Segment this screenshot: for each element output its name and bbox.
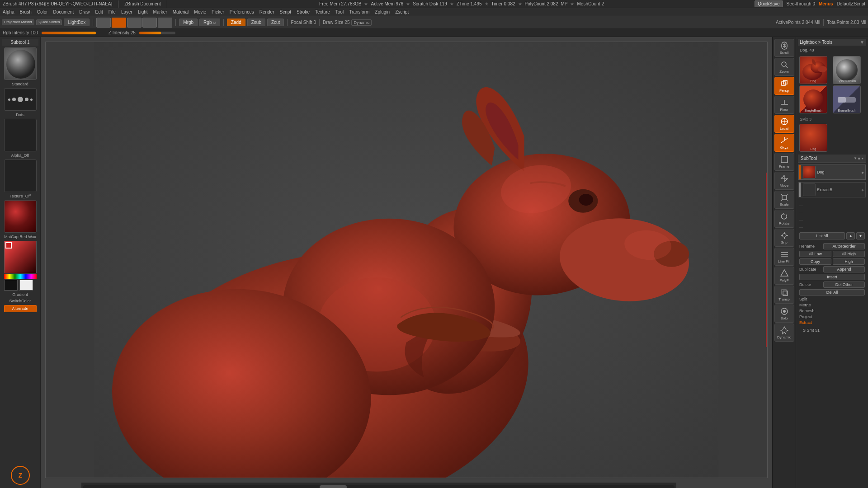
quicksave-button[interactable]: QuickSave — [755, 0, 783, 7]
subtool-item-extract[interactable]: ExtractB ● — [798, 182, 866, 197]
solo-button[interactable]: Solo — [774, 305, 794, 323]
tool-eraser-thumb[interactable]: EraserBrush — [833, 85, 861, 113]
zadd-button[interactable]: Zadd — [227, 19, 245, 26]
swatch-white[interactable] — [19, 280, 33, 291]
brush-preview[interactable] — [4, 47, 37, 80]
dynamic-icon-button[interactable]: Dynamic — [774, 324, 794, 342]
z-intensity-bar[interactable] — [139, 32, 175, 34]
menu-tool[interactable]: Tool — [335, 9, 344, 14]
menu-marker[interactable]: Marker — [153, 9, 167, 14]
list-all-button[interactable]: List All — [799, 232, 845, 239]
zoom-button[interactable]: Zoom — [774, 58, 794, 76]
alternate-button[interactable]: Alternate — [4, 305, 37, 312]
menu-stroke[interactable]: Stroke — [297, 9, 310, 14]
projection-master-button[interactable]: Projection Master — [2, 19, 34, 25]
menu-file[interactable]: File — [108, 9, 116, 14]
transp-button[interactable]: Transp — [774, 286, 794, 304]
rgb-intensity-bar[interactable] — [42, 32, 96, 34]
menu-texture[interactable]: Texture — [315, 9, 330, 14]
menu-movie[interactable]: Movie — [194, 9, 206, 14]
see-through-label[interactable]: See-through 0 — [787, 1, 815, 6]
delete-row: Delete Del Other — [799, 282, 865, 288]
texture-preview[interactable] — [4, 160, 37, 192]
menu-color[interactable]: Color — [37, 9, 48, 14]
copy-button[interactable]: Copy — [799, 258, 831, 265]
move-icon-button[interactable]: Move — [774, 172, 794, 190]
menu-transform[interactable]: Transform — [349, 9, 369, 14]
rgb-button[interactable]: Rgb M — [199, 19, 220, 26]
menu-picker[interactable]: Picker — [212, 9, 224, 14]
frame-button[interactable]: Frame — [774, 153, 794, 171]
gxyz-button[interactable]: Gxyz — [774, 134, 794, 152]
floor-button[interactable]: Floor — [774, 96, 794, 114]
quick-sketch-button[interactable]: Quick Sketch — [36, 19, 62, 25]
scroll-thumb[interactable] — [320, 485, 347, 488]
focal-shift-label: Focal Shift 0 — [291, 20, 316, 25]
swatch-black[interactable] — [4, 280, 18, 291]
dynamic-label[interactable]: Dynamic — [351, 19, 372, 26]
menu-preferences[interactable]: Preferences — [230, 9, 254, 14]
lightbox-toggle[interactable]: ▼ — [860, 40, 864, 45]
scroll-track[interactable] — [83, 485, 675, 488]
all-high-button[interactable]: All High — [833, 251, 865, 257]
subtool-extract-eye[interactable]: ● — [861, 188, 864, 192]
lightbox-button[interactable]: LightBox — [64, 19, 90, 26]
scale-icon-button[interactable]: Scale — [774, 191, 794, 209]
tool-simplebrush-thumb[interactable]: SimpleBrush — [799, 85, 827, 113]
edit-icon[interactable] — [112, 18, 126, 28]
center-canvas[interactable] — [41, 37, 772, 488]
arrow-down-button[interactable]: ▼ — [856, 232, 865, 239]
persp-button[interactable]: Persp — [774, 77, 794, 95]
bottom-scrollbar[interactable] — [81, 483, 676, 488]
scale-icon-btn[interactable] — [142, 18, 157, 28]
rotate-icon-button[interactable]: Rotate — [774, 210, 794, 228]
menus-label[interactable]: Menus — [819, 1, 833, 6]
arrow-up-button[interactable]: ▲ — [846, 232, 855, 239]
all-low-button[interactable]: All Low — [799, 251, 831, 257]
material-ball[interactable] — [4, 200, 37, 233]
tool-sphere-thumb[interactable]: SphereBrush — [833, 56, 861, 84]
subtool-options[interactable]: ▼ ■ ● — [854, 156, 863, 160]
zsub-button[interactable]: Zsub — [247, 19, 265, 26]
color-gradient-box[interactable] — [4, 241, 37, 273]
menu-zscript[interactable]: Zscript — [395, 9, 409, 14]
high-button[interactable]: High — [833, 258, 865, 265]
linefill-button[interactable]: Line Fill — [774, 248, 794, 266]
subtool-title: SubTool — [801, 156, 817, 161]
default-zscript-label[interactable]: DefaultZScript — [837, 1, 865, 6]
del-other-button[interactable]: Del Other — [823, 282, 865, 288]
menu-light[interactable]: Light — [138, 9, 148, 14]
menu-brush[interactable]: Brush — [20, 9, 32, 14]
auto-reorder-button[interactable]: AutoReorder — [823, 243, 865, 249]
local-button[interactable]: Local — [774, 115, 794, 133]
draw-icon[interactable] — [96, 18, 111, 28]
mrgb-button[interactable]: Mrgb — [179, 19, 198, 26]
move-icon-btn[interactable] — [127, 18, 142, 28]
insert-button[interactable]: Insert — [799, 274, 865, 280]
tool-dog-thumb[interactable]: Dog — [799, 56, 827, 84]
menu-script[interactable]: Script — [280, 9, 292, 14]
alpha-preview[interactable] — [4, 119, 37, 151]
zcut-button[interactable]: Zcut — [267, 19, 284, 26]
polyf-button[interactable]: PolyF — [774, 267, 794, 285]
snap-button[interactable]: Snp — [774, 229, 794, 247]
del-all-button[interactable]: Del All — [799, 289, 865, 296]
subtool-item-dog[interactable]: Dog ● — [798, 164, 866, 180]
menu-draw[interactable]: Draw — [79, 9, 90, 14]
menu-edit[interactable]: Edit — [95, 9, 103, 14]
dots-preview[interactable] — [4, 88, 37, 111]
menu-zplugin[interactable]: Zplugin — [375, 9, 390, 14]
document-label[interactable]: ZBrush Document — [124, 1, 161, 6]
menu-layer[interactable]: Layer — [121, 9, 132, 14]
subtool-dog-eye[interactable]: ● — [861, 170, 864, 175]
menu-alpha[interactable]: Alpha — [3, 9, 14, 14]
color-hue-bar[interactable] — [4, 274, 37, 279]
small-dog-thumb[interactable]: Dog — [799, 124, 827, 152]
menu-document[interactable]: Document — [53, 9, 74, 14]
menu-material[interactable]: Material — [173, 9, 189, 14]
lightbox-header: Lightbox > Tools ▼ — [798, 39, 866, 46]
menu-render[interactable]: Render — [259, 9, 274, 14]
append-button[interactable]: Append — [823, 266, 865, 272]
rotate-icon-btn[interactable] — [158, 18, 172, 28]
scroll-button[interactable]: Scroll — [774, 39, 794, 57]
